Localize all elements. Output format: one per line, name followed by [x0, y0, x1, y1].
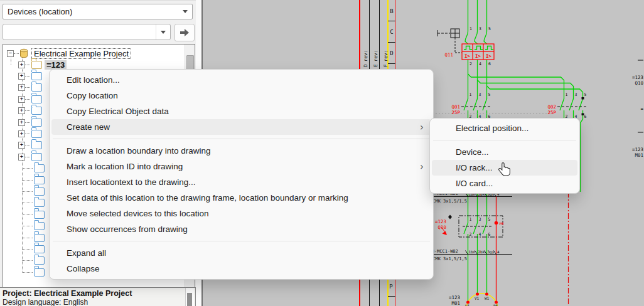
tree-item[interactable] [18, 163, 45, 174]
tree-item[interactable]: + [18, 140, 42, 151]
location-folder-icon [34, 245, 45, 253]
svg-text:3: 3 [479, 217, 481, 222]
location-folder-icon [31, 83, 42, 92]
svg-text:5: 5 [488, 26, 491, 31]
tree-item[interactable] [18, 232, 45, 243]
expand-expander-icon[interactable]: + [18, 73, 25, 80]
tree-item[interactable] [18, 266, 45, 278]
tree-item[interactable]: + [18, 105, 42, 117]
svg-text:6: 6 [488, 61, 491, 66]
tree-connector [25, 99, 30, 100]
tree-item[interactable]: + [18, 128, 42, 139]
svg-text:Q10: Q10 [635, 80, 643, 86]
svg-text:M01: M01 [451, 300, 460, 306]
menu-item-label: Insert locationtext to the drawing... [67, 177, 196, 187]
tree-connector [25, 157, 30, 157]
menu-item-copy-electrical-object-data[interactable]: Copy Electrical Object data [51, 103, 431, 119]
menu-item-label: Edit location... [67, 75, 120, 85]
expand-expander-icon[interactable]: + [18, 154, 25, 161]
location-folder-icon [34, 176, 45, 184]
tree-item[interactable]: + [18, 70, 42, 82]
expand-expander-icon[interactable]: + [18, 84, 25, 91]
menu-item-device[interactable]: Device... [432, 144, 577, 160]
menu-item-set-data-of-location[interactable]: Set data of this location to the drawing… [51, 190, 431, 206]
scrollbar-thumb[interactable] [187, 293, 192, 306]
svg-text:P: P [389, 283, 393, 290]
svg-text:1bn: 1bn [469, 250, 476, 254]
chevron-down-icon[interactable] [178, 4, 192, 19]
tree-view-mode-value: Devices (location) [3, 7, 178, 16]
svg-text:V1: V1 [475, 296, 480, 300]
menu-item-label: Mark a location ID into drawing [67, 162, 183, 171]
menu-item-create-new[interactable]: Create new› [51, 119, 431, 135]
menu-item-expand-all[interactable]: Expand all [51, 245, 431, 261]
tree-item[interactable]: + [18, 151, 42, 162]
expand-expander-icon[interactable]: + [18, 142, 25, 149]
design-language-text: Design language: English [0, 298, 195, 306]
menu-item-insert-locationtext[interactable]: Insert locationtext to the drawing... [51, 174, 431, 190]
svg-text:6: 6 [488, 232, 491, 237]
frame-rev-labels: D rev: E rev: F rev: [363, 50, 389, 67]
menu-item-label: Create new [67, 122, 110, 132]
location-folder-icon [34, 211, 45, 219]
tree-connector [22, 226, 33, 226]
tree-item[interactable] [18, 174, 45, 186]
tree-connector [22, 168, 33, 169]
tree-item[interactable]: + [18, 82, 42, 93]
svg-text:2bk: 2bk [478, 250, 485, 254]
menu-item-draw-location-boundary[interactable]: Draw a location boundary into drawing [51, 143, 431, 159]
status-scrollbar[interactable] [185, 288, 194, 306]
menu-item-label: Collapse [67, 264, 100, 273]
tree-connector [14, 53, 19, 54]
collapse-expander-icon[interactable]: − [7, 50, 14, 57]
tree-item[interactable] [18, 243, 45, 255]
tree-connector [22, 214, 33, 215]
tree-item-root[interactable]: − Electrical Example Project [7, 48, 131, 59]
menu-item-edit-location[interactable]: Edit location... [51, 72, 431, 88]
tree-item[interactable] [18, 198, 45, 209]
tree-item[interactable] [18, 255, 45, 266]
filter-combobox[interactable] [3, 24, 171, 40]
menu-item-label: Device... [456, 147, 489, 157]
expand-expander-icon[interactable]: + [18, 61, 25, 68]
expand-expander-icon[interactable]: + [18, 96, 25, 103]
menu-item-mark-location-id[interactable]: Mark a location ID into drawing› [51, 159, 431, 174]
expand-expander-icon[interactable]: + [18, 130, 25, 137]
menu-item-label: Copy Electrical Object data [67, 107, 169, 116]
menu-item-label: Draw a location boundary into drawing [67, 146, 211, 156]
menu-item-show-occurrences[interactable]: Show occurrences from drawing [51, 221, 431, 237]
tree-item[interactable]: + [18, 117, 42, 128]
tree-connector [22, 272, 33, 273]
menu-separator [50, 135, 433, 143]
menu-item-electrical-position[interactable]: Electrical position... [432, 120, 577, 136]
menu-item-collapse[interactable]: Collapse [51, 261, 431, 277]
location-folder-icon [34, 187, 45, 196]
svg-text:1: 1 [470, 26, 472, 31]
tree-item[interactable] [18, 186, 45, 197]
menu-item-label: Set data of this location to the drawing… [67, 193, 348, 203]
svg-text:B: B [390, 8, 393, 14]
menu-item-label: Move selected devices to this location [67, 209, 209, 218]
tree-item[interactable] [18, 209, 45, 220]
svg-text:25P: 25P [547, 110, 556, 115]
svg-text:5: 5 [488, 217, 491, 222]
tree-connector [25, 122, 30, 123]
svg-text:3gy: 3gy [488, 250, 495, 255]
expand-expander-icon[interactable]: + [18, 107, 25, 114]
apply-filter-button[interactable] [174, 24, 195, 41]
menu-item-copy-location[interactable]: Copy location [51, 88, 431, 103]
menu-item-move-selected-devices[interactable]: Move selected devices to this location [51, 206, 431, 221]
tree-item[interactable]: + [18, 93, 42, 105]
tree-view-mode-select[interactable]: Devices (location) [3, 4, 193, 19]
application-window: B C D P D rev: E rev: F rev: [0, 0, 644, 306]
location-folder-icon [31, 130, 42, 138]
svg-text:MCMK 3x1,5/1,5: MCMK 3x1,5/1,5 [430, 199, 467, 204]
tree-item[interactable] [18, 221, 45, 232]
chevron-down-icon[interactable] [156, 24, 170, 40]
svg-text:4: 4 [479, 232, 481, 237]
tree-connector [25, 76, 30, 76]
expand-expander-icon[interactable]: + [18, 119, 25, 126]
svg-text:1: 1 [566, 92, 568, 97]
svg-text:=: = [640, 106, 643, 112]
svg-text:4: 4 [479, 61, 481, 66]
